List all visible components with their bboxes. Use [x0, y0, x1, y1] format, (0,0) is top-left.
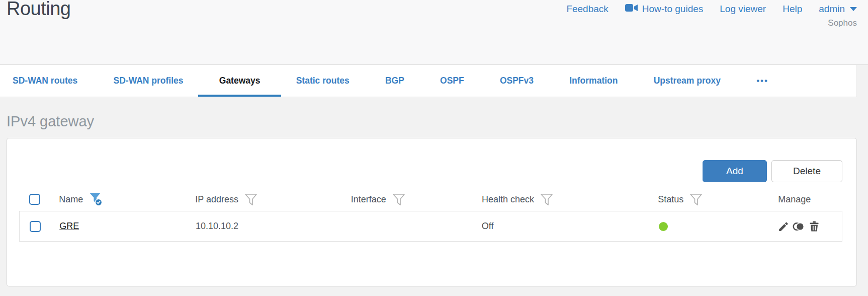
gateway-ip-address: 10.10.10.2 [196, 221, 238, 232]
filter-icon[interactable] [244, 193, 257, 206]
select-all-checkbox[interactable] [29, 194, 40, 205]
main-content: IPv4 gateway Add Delete Name [0, 113, 868, 286]
filter-icon[interactable] [540, 193, 553, 206]
column-header-status: Status [658, 194, 683, 205]
column-header-name: Name [59, 194, 83, 205]
delete-button[interactable]: Delete [771, 160, 842, 182]
row-checkbox[interactable] [30, 221, 41, 232]
top-nav: Feedback How-to guides Log viewer Help a… [566, 4, 857, 15]
admin-menu[interactable]: admin [819, 4, 857, 15]
column-header-health-check: Health check [482, 194, 534, 205]
tab-static-routes[interactable]: Static routes [296, 65, 350, 97]
tab-upstream-proxy[interactable]: Upstream proxy [654, 65, 721, 97]
how-to-guides-link[interactable]: How-to guides [625, 4, 703, 15]
video-camera-icon [625, 4, 638, 15]
gateway-name-link[interactable]: GRE [59, 221, 79, 232]
log-viewer-label: Log viewer [720, 4, 766, 15]
filter-icon[interactable] [689, 193, 703, 206]
status-up-dot [659, 222, 668, 231]
how-to-guides-label: How-to guides [642, 4, 703, 15]
column-header-ip-address: IP address [195, 194, 238, 205]
delete-icon[interactable] [808, 220, 820, 233]
add-button[interactable]: Add [703, 160, 767, 182]
page-header: Routing Feedback How-to guides Log viewe… [0, 0, 868, 65]
help-link[interactable]: Help [783, 4, 802, 15]
column-header-manage: Manage [778, 194, 811, 205]
filter-active-icon[interactable] [89, 192, 103, 206]
ipv4-gateway-card: Add Delete Name IP address [7, 138, 857, 286]
table-body: GRE 10.10.10.2 Off [19, 211, 842, 242]
section-heading: IPv4 gateway [7, 113, 868, 130]
caret-down-icon [850, 7, 857, 11]
table-row: GRE 10.10.10.2 Off [20, 211, 842, 241]
table-actions: Add Delete [19, 138, 842, 182]
header-right: Feedback How-to guides Log viewer Help a… [566, 4, 857, 28]
column-header-interface: Interface [351, 194, 386, 205]
edit-icon[interactable] [777, 220, 790, 233]
feedback-label: Feedback [566, 4, 608, 15]
clone-icon[interactable] [793, 220, 805, 233]
admin-label: admin [819, 4, 845, 15]
feedback-link[interactable]: Feedback [566, 4, 608, 15]
routing-tabbar: SD-WAN routes SD-WAN profiles Gateways S… [0, 65, 857, 97]
tab-information[interactable]: Information [569, 65, 618, 97]
table-header: Name IP address Interface [19, 190, 842, 208]
tab-sdwan-routes[interactable]: SD-WAN routes [13, 65, 77, 97]
help-label: Help [783, 4, 802, 15]
tab-sdwan-profiles[interactable]: SD-WAN profiles [114, 65, 184, 97]
tab-bgp[interactable]: BGP [385, 65, 404, 97]
log-viewer-link[interactable]: Log viewer [720, 4, 766, 15]
gateway-health-check: Off [482, 221, 494, 232]
tab-gateways[interactable]: Gateways [219, 65, 261, 97]
tab-more[interactable]: ••• [756, 65, 768, 97]
page-title: Routing [7, 0, 70, 20]
brand-label: Sophos [566, 18, 857, 28]
tab-ospf[interactable]: OSPF [440, 65, 464, 97]
tab-ospfv3[interactable]: OSPFv3 [500, 65, 534, 97]
filter-icon[interactable] [392, 193, 405, 206]
